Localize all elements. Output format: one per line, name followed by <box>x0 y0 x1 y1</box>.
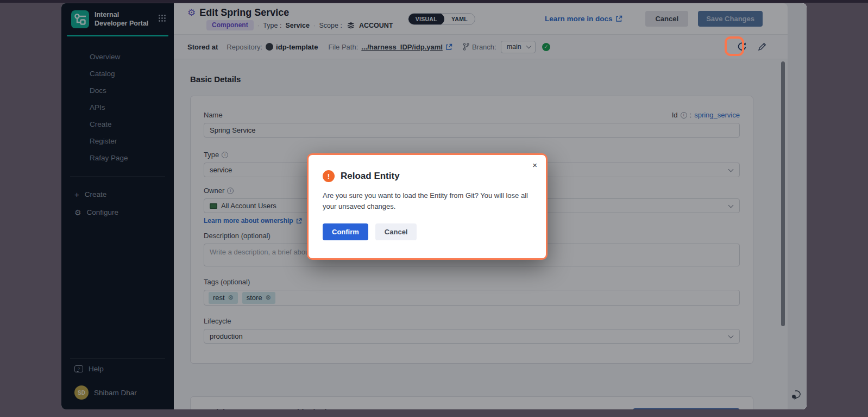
modal-title: Reload Entity <box>341 171 400 182</box>
close-icon[interactable]: × <box>532 160 537 170</box>
app-window: Internal Developer Portal Overview Catal… <box>61 3 807 409</box>
reload-highlight-ring <box>725 36 744 56</box>
modal-cancel-button[interactable]: Cancel <box>375 223 417 240</box>
modal-message: Are you sure you want to load the Entity… <box>323 190 538 212</box>
reload-entity-modal: × ! Reload Entity Are you sure you want … <box>307 153 548 260</box>
window-top-strip <box>0 0 868 3</box>
modal-actions: Confirm Cancel <box>323 223 532 240</box>
confirm-button[interactable]: Confirm <box>323 223 368 240</box>
warning-icon: ! <box>323 170 335 182</box>
